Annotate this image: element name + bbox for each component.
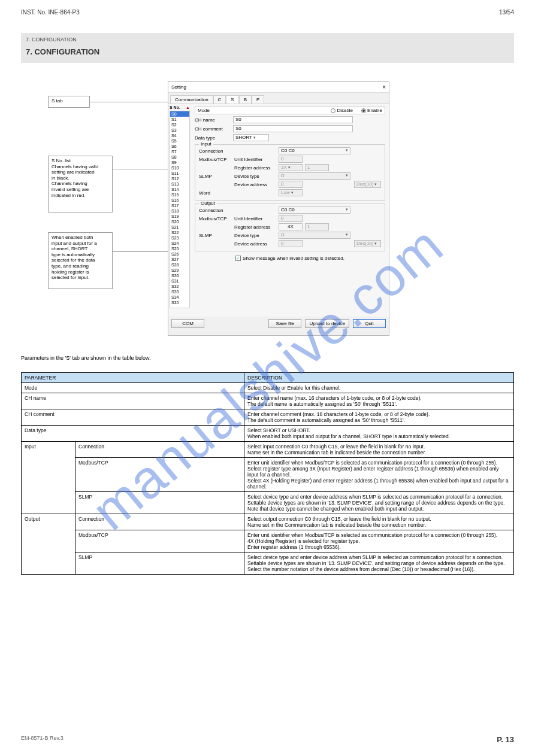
sno-item[interactable]: S35 [170, 300, 189, 305]
input-group-label: Input [199, 141, 213, 147]
leader-line-1 [90, 102, 171, 102]
sno-item[interactable]: S19 [170, 214, 189, 219]
sno-item[interactable]: S10 [170, 165, 189, 171]
page-footer: EM-8571-B Rev.3 P. 13 [21, 735, 514, 744]
output-reg-value[interactable]: 1 [305, 223, 329, 230]
radio-enable[interactable]: Enable [361, 108, 382, 113]
input-connection-select[interactable]: C0 C0▾ [279, 147, 350, 154]
tab-b[interactable]: B [239, 95, 252, 104]
sno-item[interactable]: S11 [170, 171, 189, 176]
output-unit-label: Unit Identifier [234, 216, 276, 221]
show-message-row: ✓ Show message when invalid setting is d… [195, 253, 385, 263]
output-devaddr-input[interactable]: 0 [279, 240, 303, 247]
input-dec-select[interactable]: Dec(10)▾ [354, 181, 381, 188]
callout-datatype-note: When enabled both input and output for a… [48, 232, 113, 289]
output-modbus-label: Modbus/TCP [199, 216, 232, 221]
sno-item[interactable]: S15 [170, 192, 189, 198]
sno-item[interactable]: S16 [170, 198, 189, 203]
sno-item[interactable]: S31 [170, 278, 189, 284]
sno-item[interactable]: S24 [170, 241, 189, 246]
tab-row: Communication C S B P [168, 95, 389, 104]
callout-sno-list: S No. list Channels having valid setting… [48, 156, 113, 212]
sno-item[interactable]: S33 [170, 289, 189, 294]
input-reg-value[interactable]: 1 [305, 164, 329, 171]
sort-icon[interactable]: ▲ [186, 105, 190, 110]
output-devaddr-label: Device address [234, 241, 276, 247]
sno-item[interactable]: S5 [170, 138, 189, 144]
sno-item[interactable]: S1 [170, 117, 189, 122]
chcomment-label: CH comment [195, 126, 231, 132]
sno-list[interactable]: S0S1S2S3S4S5S6S7S8S9S10S11S12S13S14S15S1… [170, 111, 190, 308]
show-message-checkbox[interactable]: ✓ [235, 256, 241, 261]
tab-s[interactable]: S [226, 95, 238, 104]
sno-item[interactable]: S6 [170, 144, 189, 149]
output-devtype-select[interactable]: D▾ [279, 232, 350, 239]
dialog-titlebar[interactable]: Setting × [168, 82, 389, 93]
sno-item[interactable]: S3 [170, 127, 189, 133]
sno-item[interactable]: S12 [170, 176, 189, 181]
tab-communication[interactable]: Communication [170, 95, 213, 104]
output-reg-prefix[interactable]: 4X [279, 223, 303, 230]
table-row: CH name Enter channel name (max. 16 char… [22, 393, 514, 409]
sno-item[interactable]: S17 [170, 203, 189, 208]
th-parameter: PARAMETER [22, 373, 244, 383]
sno-item[interactable]: S25 [170, 246, 189, 251]
output-slmp-label: SLMP [199, 233, 232, 238]
sno-item[interactable]: S8 [170, 154, 189, 160]
sno-item[interactable]: S0 [170, 111, 189, 117]
chname-input[interactable]: S0 [233, 116, 353, 123]
sno-item[interactable]: S2 [170, 122, 189, 127]
mode-label: Mode [198, 108, 222, 113]
sno-item[interactable]: S26 [170, 251, 189, 257]
sno-item[interactable]: S4 [170, 133, 189, 138]
radio-disable[interactable]: Disable [331, 108, 353, 113]
dialog-footer: COM Save file Upload to device Quit [168, 317, 389, 330]
tab-p[interactable]: P [252, 95, 264, 104]
output-unit-input[interactable]: 0 [279, 215, 303, 222]
datatype-select[interactable]: SHORT▾ [233, 134, 269, 141]
tab-c[interactable]: C [213, 95, 226, 104]
output-devtype-label: Device type [234, 233, 276, 238]
sno-item[interactable]: S21 [170, 224, 189, 230]
input-devtype-select[interactable]: D▾ [279, 172, 350, 180]
sno-item[interactable]: S27 [170, 257, 189, 262]
th-description: DESCRIPTION [244, 373, 514, 383]
sno-item[interactable]: S30 [170, 273, 189, 278]
input-devtype-label: Device type [234, 174, 276, 179]
sno-item[interactable]: S20 [170, 219, 189, 224]
input-word-select[interactable]: Low▾ [279, 189, 303, 196]
table-row: Mode Select Disable or Enable for this c… [22, 383, 514, 393]
sno-item[interactable]: S28 [170, 262, 189, 268]
output-dec-select[interactable]: Dec(10)▾ [354, 240, 381, 247]
input-unit-label: Unit Identifier [234, 157, 276, 162]
figure-area: S tab S No. list Channels having valid s… [21, 78, 514, 341]
sno-item[interactable]: S32 [170, 284, 189, 289]
sno-item[interactable]: S18 [170, 208, 189, 214]
input-devaddr-input[interactable]: 0 [279, 181, 303, 188]
sno-item[interactable]: S23 [170, 235, 189, 241]
output-connection-label: Connection [199, 208, 232, 213]
quit-button[interactable]: Quit [353, 319, 386, 328]
table-row: SLMP Select device type and enter device… [22, 552, 514, 575]
sno-item[interactable]: S14 [170, 187, 189, 192]
mode-row: Mode Disable Enable [195, 107, 385, 114]
sno-item[interactable]: S9 [170, 160, 189, 165]
output-connection-select[interactable]: C0 C0▾ [279, 207, 350, 214]
input-unit-input[interactable]: 0 [279, 156, 303, 163]
header-left: INST. No. INE-864-P3 [21, 9, 80, 16]
sno-item[interactable]: S22 [170, 230, 189, 235]
chcomment-input[interactable]: S0 [233, 125, 353, 132]
sno-item[interactable]: S7 [170, 149, 189, 154]
close-icon[interactable]: × [382, 84, 386, 90]
dialog-body: S No. ▲ S0S1S2S3S4S5S6S7S8S9S10S11S12S13… [168, 104, 389, 317]
output-reg-label: Register address [234, 224, 276, 230]
input-reg-prefix[interactable]: 3X▾ [279, 164, 303, 171]
com-button[interactable]: COM [171, 319, 204, 328]
sno-item[interactable]: S29 [170, 268, 189, 273]
upload-button[interactable]: Upload to device [305, 319, 349, 328]
sno-item[interactable]: S34 [170, 294, 189, 300]
chevron-down-icon: ▾ [253, 135, 256, 140]
sno-item[interactable]: S13 [170, 181, 189, 187]
save-file-button[interactable]: Save file [268, 319, 301, 328]
input-word-label: Word [199, 190, 232, 196]
